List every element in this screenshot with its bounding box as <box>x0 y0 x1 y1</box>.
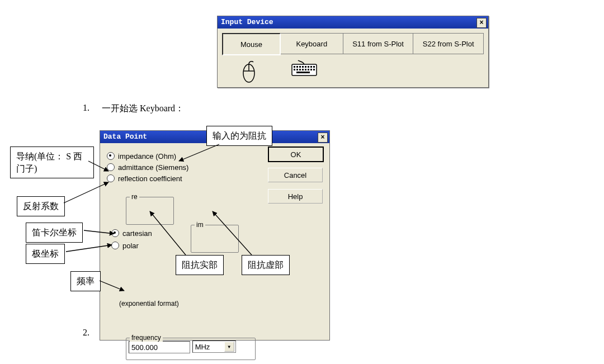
svg-rect-3 <box>292 64 317 75</box>
radio-polar-dot[interactable] <box>111 242 119 249</box>
input-device-tabs: Mouse Keyboard S11 from S-Plot S22 from … <box>218 29 488 60</box>
tab-mouse-label: Mouse <box>240 40 262 49</box>
anno-polar: 极坐标 <box>26 244 65 264</box>
re-legend: re <box>130 193 139 201</box>
radio-reflection-label: reflection coefficient <box>118 174 182 183</box>
svg-rect-15 <box>302 69 304 70</box>
radio-impedance-dot[interactable] <box>107 152 115 160</box>
svg-rect-7 <box>302 66 304 68</box>
tab-s22[interactable]: S22 from S-Plot <box>413 33 484 54</box>
radio-impedance-label: impedance (Ohm) <box>118 152 176 160</box>
svg-rect-4 <box>294 66 295 68</box>
close-icon[interactable]: × <box>318 133 328 143</box>
re-fieldset: re <box>126 197 174 225</box>
help-label: Help <box>288 192 303 201</box>
close-icon[interactable]: × <box>476 18 487 28</box>
ok-button[interactable]: OK <box>268 146 324 162</box>
cancel-button[interactable]: Cancel <box>268 168 323 182</box>
svg-rect-9 <box>308 66 309 68</box>
anno-impedance-hint: 输入的为阻抗 <box>206 126 272 146</box>
list-item-2-number: 2. <box>83 328 89 338</box>
svg-rect-6 <box>299 66 301 68</box>
frequency-input[interactable] <box>129 341 190 353</box>
anno-frequency: 频率 <box>70 271 101 291</box>
list-item-1-text: 一开始选 Keyboard： <box>102 103 184 115</box>
im-legend: im <box>195 221 205 229</box>
svg-rect-14 <box>299 69 301 70</box>
tab-s11-label: S11 from S-Plot <box>352 40 404 48</box>
radio-reflection-dot[interactable] <box>107 174 115 182</box>
radio-admittance-label: admittance (Siemens) <box>118 163 188 172</box>
anno-cartesian: 笛卡尔坐标 <box>26 223 83 243</box>
exponential-format-label: (exponential format) <box>119 300 179 308</box>
svg-rect-16 <box>305 69 306 70</box>
im-fieldset: im <box>191 225 239 253</box>
svg-rect-5 <box>296 66 298 68</box>
data-point-dialog: Data Point × impedance (Ohm) admittance … <box>100 130 330 341</box>
svg-rect-13 <box>296 69 298 70</box>
radio-reflection[interactable]: reflection coefficient <box>107 173 188 183</box>
keyboard-icon <box>291 60 317 85</box>
im-input[interactable] <box>194 228 235 247</box>
radio-admittance-dot[interactable] <box>107 163 115 171</box>
frequency-legend: frequency <box>130 334 163 342</box>
svg-rect-11 <box>313 66 315 68</box>
tab-keyboard-label: Keyboard <box>296 40 327 48</box>
svg-rect-12 <box>294 69 295 70</box>
data-point-title: Data Point <box>103 133 147 141</box>
svg-rect-8 <box>305 66 306 68</box>
input-device-titlebar: Input Device × <box>218 16 488 29</box>
input-device-dialog: Input Device × Mouse Keyboard S11 from S… <box>217 16 489 88</box>
radio-polar[interactable]: polar <box>111 240 152 250</box>
svg-rect-19 <box>313 69 315 70</box>
svg-rect-18 <box>310 69 312 70</box>
frequency-unit-label: MHz <box>195 343 210 351</box>
svg-rect-20 <box>296 72 310 73</box>
tab-keyboard[interactable]: Keyboard <box>281 33 343 54</box>
svg-rect-10 <box>310 66 312 68</box>
re-input[interactable] <box>129 200 170 219</box>
ok-label: OK <box>291 150 301 159</box>
input-device-title: Input Device <box>221 18 273 26</box>
mouse-icon <box>240 60 258 85</box>
radio-impedance[interactable]: impedance (Ohm) <box>107 151 188 161</box>
radio-admittance[interactable]: admittance (Siemens) <box>107 162 188 172</box>
anno-admittance: 导纳(单位： S 西门子) <box>10 146 94 178</box>
anno-re: 阻抗实部 <box>176 255 224 275</box>
tab-mouse[interactable]: Mouse <box>222 33 281 55</box>
tab-s22-label: S22 from S-Plot <box>423 40 474 48</box>
radio-cartesian[interactable]: cartesian <box>111 228 152 238</box>
frequency-unit-select[interactable]: MHz ▼ <box>192 341 236 353</box>
radio-cartesian-dot[interactable] <box>111 229 119 237</box>
chevron-down-icon: ▼ <box>224 342 234 352</box>
anno-im: 阻抗虚部 <box>242 255 290 275</box>
tab-s11[interactable]: S11 from S-Plot <box>343 33 414 54</box>
help-button[interactable]: Help <box>268 189 323 204</box>
frequency-fieldset: frequency MHz ▼ <box>126 338 256 360</box>
cancel-label: Cancel <box>284 171 306 179</box>
radio-cartesian-label: cartesian <box>122 229 152 238</box>
list-item-1-number: 1. <box>83 103 89 113</box>
svg-rect-17 <box>308 69 309 70</box>
anno-reflection: 反射系数 <box>17 196 65 216</box>
radio-polar-label: polar <box>122 242 139 250</box>
